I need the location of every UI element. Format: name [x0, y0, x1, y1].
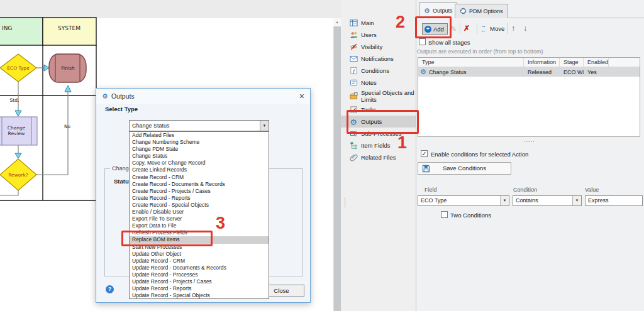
sidebar-item-notes[interactable]: Notes: [341, 77, 416, 89]
edge-label-std: Std.: [10, 97, 19, 103]
value-input[interactable]: Express: [585, 195, 643, 206]
help-icon[interactable]: ?: [106, 285, 114, 293]
tab-label: PDM Options: [469, 8, 503, 14]
dropdown-option[interactable]: Create Record - Reports: [130, 195, 269, 202]
dropdown-option[interactable]: Create Record - Documents & Records: [130, 181, 269, 188]
table-resize-handle[interactable]: .....: [524, 137, 535, 143]
conditions-icon: f: [349, 67, 358, 75]
dropdown-option[interactable]: Export File To Server: [130, 216, 269, 222]
related-files-icon: [349, 153, 358, 162]
value-label: Value: [585, 187, 599, 193]
type-dropdown-list: Add Related FilesChange Numbering Scheme…: [129, 131, 269, 299]
edge-label-no: No: [64, 124, 71, 129]
scroll-up-icon[interactable]: ▲: [333, 18, 341, 26]
dropdown-option[interactable]: Change Numbering Scheme: [130, 139, 269, 146]
show-all-stages-label: Show all stages: [428, 39, 470, 46]
lane-header-ing: [0, 18, 43, 45]
gear-icon: ⚙: [102, 92, 108, 101]
tab-pdm-options[interactable]: PDM Options: [455, 4, 508, 18]
dialog-title-bar[interactable]: ⚙ Outputs: [96, 89, 310, 104]
special-objects-icon: [349, 92, 358, 101]
table-row[interactable]: ⚙Change Status Released ECO WIP Yes: [418, 67, 640, 77]
gear-icon: ⚙: [420, 68, 426, 76]
dropdown-option[interactable]: Change PDM State: [130, 146, 269, 153]
dropdown-option[interactable]: Add Related Files: [130, 132, 269, 139]
sidebar-item-label: Special Objects and Limits: [361, 89, 414, 103]
move-button-label[interactable]: Move: [490, 25, 504, 32]
panel-splitter-handle[interactable]: ⋮⋮: [342, 197, 347, 207]
dropdown-option[interactable]: Create Record - Special Objects: [130, 202, 269, 209]
field-combobox[interactable]: ECO Type ▼: [418, 195, 509, 206]
dropdown-option[interactable]: Export Data to File: [130, 222, 269, 229]
sidebar-item-notifications[interactable]: Notifications: [341, 53, 416, 65]
dropdown-option[interactable]: Update Record - Reports: [130, 285, 269, 292]
dropdown-arrow-icon[interactable]: ▼: [500, 196, 509, 205]
dropdown-option[interactable]: Create Record - Projects / Cases: [130, 188, 269, 195]
dropdown-arrow-icon[interactable]: ▼: [260, 121, 269, 131]
sidebar-item-label: Notifications: [361, 55, 394, 62]
dropdown-option[interactable]: Change Status: [130, 153, 269, 160]
sidebar-item-related-files[interactable]: Related Files: [341, 151, 416, 163]
users-icon: [349, 31, 358, 40]
annotation-box-3: [121, 231, 213, 246]
enable-conditions-label: Enable conditions for selected Action: [431, 151, 528, 158]
dropdown-option[interactable]: Enable / Disable User: [130, 209, 269, 216]
annotation-number-3: 3: [216, 214, 225, 233]
condition-combobox-value: Contains: [516, 197, 538, 204]
notifications-icon: [349, 55, 358, 63]
sidebar-item-label: Notes: [361, 79, 377, 86]
dropdown-option[interactable]: Create Record - CRM: [130, 174, 269, 181]
outputs-table-header: TypeInformationStageEnabled: [418, 58, 640, 67]
move-up-icon[interactable]: ↑: [511, 24, 515, 33]
outputs-dialog: ⚙ Outputs × Select Type Change Status ▼ …: [96, 88, 311, 303]
show-all-stages-checkbox[interactable]: [419, 38, 426, 45]
save-conditions-label: Save Conditions: [443, 165, 486, 172]
sidebar-item-special-objects-and-limits[interactable]: Special Objects and Limits: [341, 89, 416, 104]
move-down-icon[interactable]: ↓: [523, 24, 527, 33]
dropdown-option[interactable]: Update Record - Documents & Records: [130, 265, 269, 271]
gear-icon: ⚙: [424, 7, 430, 15]
sidebar-item-label: Conditions: [361, 67, 389, 74]
dropdown-arrow-icon[interactable]: ▼: [572, 196, 581, 205]
sidebar-item-conditions[interactable]: fConditions: [341, 65, 416, 77]
condition-combobox[interactable]: Contains ▼: [513, 195, 582, 206]
cell-type: Change Status: [429, 69, 467, 75]
toolbar-separator: [507, 23, 508, 34]
two-conditions-label: Two Conditions: [450, 212, 491, 219]
sidebar-item-label: Related Files: [361, 154, 396, 161]
type-combobox-value: Change Status: [132, 123, 170, 129]
dropdown-option[interactable]: Update Record - Special Objects: [130, 292, 269, 299]
dropdown-option[interactable]: Update Other Object: [130, 251, 269, 258]
delete-x-icon[interactable]: ✗: [464, 24, 470, 33]
dropdown-option[interactable]: Update Record - CRM: [130, 258, 269, 265]
column-header[interactable]: Enabled: [584, 58, 609, 67]
item-fields-icon: [349, 141, 358, 150]
dropdown-option[interactable]: Create Linked Records: [130, 166, 269, 173]
cell-stage: ECO WIP: [560, 69, 584, 75]
app-window: ING SYSTEM ECO Type Finish Std.: [0, 0, 644, 311]
save-conditions-button[interactable]: Save Conditions: [418, 162, 511, 175]
sidebar-item-visibility[interactable]: Visibility: [341, 41, 416, 53]
tab-label: Outputs: [433, 8, 453, 14]
two-conditions-checkbox[interactable]: [441, 211, 448, 218]
cell-information: Released: [524, 69, 560, 75]
dropdown-option[interactable]: Copy, Move or Change Record: [130, 160, 269, 166]
column-header[interactable]: Stage: [560, 58, 584, 67]
sidebar-item-label: Item Fields: [361, 142, 390, 149]
column-header[interactable]: Information: [524, 58, 560, 67]
column-header[interactable]: Type: [418, 58, 524, 67]
move-arrows-icon[interactable]: →←: [480, 24, 488, 33]
type-combobox[interactable]: Change Status ▼: [129, 120, 269, 131]
node-label: Review: [8, 131, 25, 136]
dropdown-option[interactable]: Update Record - Projects / Cases: [130, 278, 269, 285]
lane-label: ING: [2, 25, 12, 31]
dropdown-option[interactable]: Update Record - Processes: [130, 271, 269, 278]
checkmark-icon: ✓: [421, 150, 426, 157]
close-icon[interactable]: ×: [299, 91, 304, 101]
main-icon: [349, 19, 358, 28]
scrollbar-thumb[interactable]: [334, 26, 341, 311]
enable-conditions-checkbox[interactable]: ✓: [421, 150, 428, 157]
sidebar-item-label: Main: [361, 19, 374, 26]
annotation-number-2: 2: [396, 13, 405, 32]
column-header[interactable]: [609, 58, 640, 67]
